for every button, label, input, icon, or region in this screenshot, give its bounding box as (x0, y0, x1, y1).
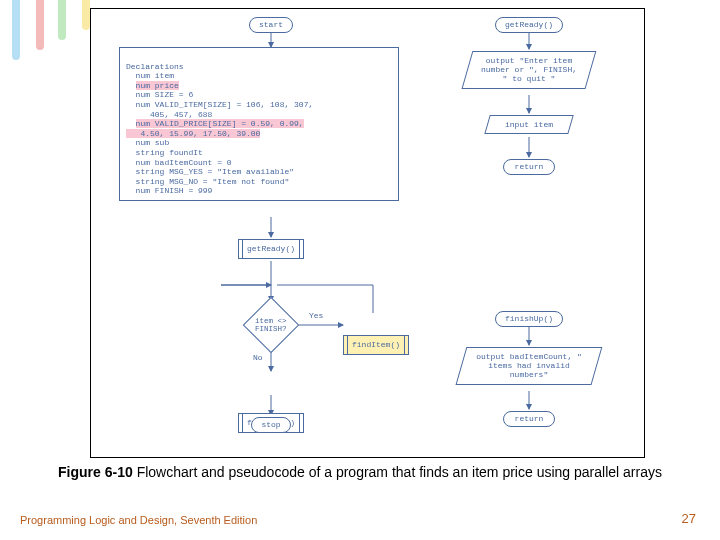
decl-line: num item (136, 71, 174, 80)
input-text: input item (498, 120, 560, 129)
start-terminal: start (249, 17, 293, 33)
decl-line: num sub (136, 138, 170, 147)
label-no: No (253, 353, 263, 362)
decision-item-finish: item <> FINISH? (243, 297, 300, 354)
getready-header: getReady() (495, 17, 563, 33)
getready-call: getReady() (238, 239, 304, 259)
decl-line-price: num price (136, 81, 179, 90)
finishup-header: finishUp() (495, 311, 563, 327)
return-bottom: return (503, 411, 555, 427)
decl-line: num SIZE = 6 (136, 90, 194, 99)
decl-line-validprice2: 4.50, 15.99, 17.50, 39.00 (126, 129, 260, 138)
flowchart-container: start Declarations num item num price nu… (90, 8, 645, 458)
decl-line: num FINISH = 999 (136, 186, 213, 195)
output-text: output "Enter item number or ", FINISH, … (478, 56, 580, 84)
decl-line: string MSG_YES = "Item available" (136, 167, 294, 176)
caption-bold: Figure 6-10 (58, 464, 133, 480)
stop-terminal: stop (251, 417, 291, 433)
output-enter-item: output "Enter item number or ", FINISH, … (467, 51, 591, 89)
figure-caption: Figure 6-10 Flowchart and pseudocode of … (0, 464, 720, 480)
decl-line: string foundIt (136, 148, 203, 157)
decision-text: item <> FINISH? (252, 317, 290, 334)
decl-line: num badItemCount = 0 (136, 158, 232, 167)
declarations-box: Declarations num item num price num SIZE… (119, 47, 399, 201)
footer-book-title: Programming Logic and Design, Seventh Ed… (20, 514, 257, 526)
decl-line: 405, 457, 688 (136, 110, 213, 119)
return-top: return (503, 159, 555, 175)
label-yes: Yes (309, 311, 323, 320)
decl-line: num VALID_ITEM[SIZE] = 106, 108, 307, (136, 100, 314, 109)
output-baditems-text: output badItemCount, " items had invalid… (472, 352, 586, 380)
decl-line-validprice: num VALID_PRICE[SIZE] = 0.59, 0.99, (136, 119, 304, 128)
decl-header: Declarations (126, 62, 184, 71)
footer-page-number: 27 (682, 511, 696, 526)
caption-rest: Flowchart and pseudocode of a program th… (133, 464, 662, 480)
output-baditems: output badItemCount, " items had invalid… (461, 347, 597, 385)
decl-line: string MSG_NO = "Item not found" (136, 177, 290, 186)
finditem-call: findItem() (343, 335, 409, 355)
input-item: input item (487, 115, 571, 134)
